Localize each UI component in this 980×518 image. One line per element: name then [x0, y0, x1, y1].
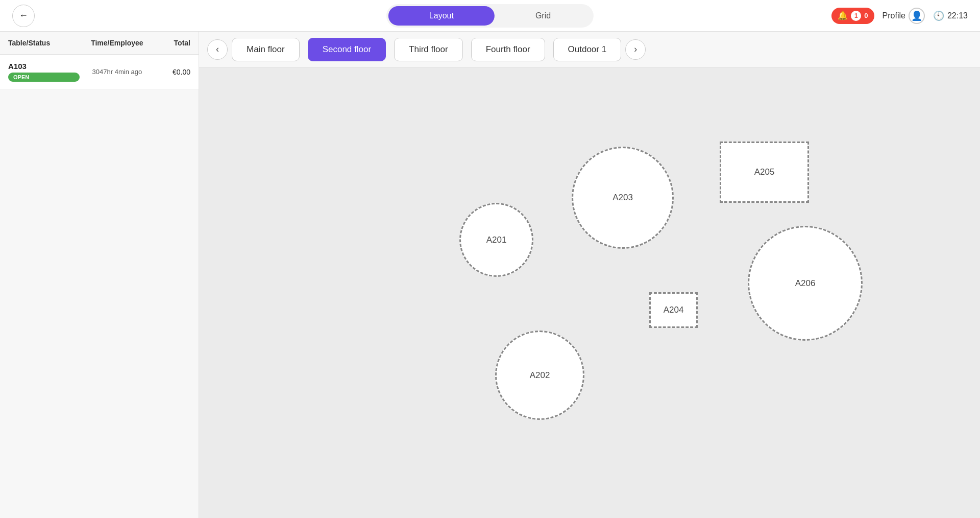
- profile-area[interactable]: Profile 👤: [883, 8, 925, 24]
- grid-button[interactable]: Grid: [495, 6, 592, 26]
- floor-tabs: ‹ Main floor Second floor Third floor Fo…: [199, 32, 980, 67]
- table-a205[interactable]: A205: [720, 142, 809, 203]
- tab-main-floor[interactable]: Main floor: [232, 38, 300, 61]
- main-content: Table/Status Time/Employee Total A103 OP…: [0, 32, 980, 518]
- table-row[interactable]: A103 OPEN 3047hr 4min ago €0.00: [0, 55, 199, 89]
- sidebar-scroll: A103 OPEN 3047hr 4min ago €0.00: [0, 55, 199, 518]
- table-a202[interactable]: A202: [495, 331, 584, 420]
- table-a201[interactable]: A201: [459, 203, 533, 277]
- status-badge: OPEN: [8, 73, 80, 82]
- tab-third-floor[interactable]: Third floor: [394, 38, 463, 61]
- table-a204[interactable]: A204: [649, 292, 698, 328]
- table-a206[interactable]: A206: [748, 226, 863, 341]
- notification-badge[interactable]: 🔔 1 0: [831, 8, 874, 24]
- tab-fourth-floor[interactable]: Fourth floor: [471, 38, 545, 61]
- header-left: ←: [12, 5, 35, 27]
- floor-next-button[interactable]: ›: [625, 39, 646, 60]
- header: ← Layout Grid 🔔 1 0 Profile 👤 🕙 22:13: [0, 0, 980, 32]
- tab-second-floor[interactable]: Second floor: [308, 38, 386, 61]
- col-table-status: Table/Status: [8, 39, 80, 47]
- back-button[interactable]: ←: [12, 5, 35, 27]
- time-display: 🕙 22:13: [933, 10, 968, 21]
- header-right: 🔔 1 0 Profile 👤 🕙 22:13: [831, 8, 968, 24]
- layout-button[interactable]: Layout: [388, 6, 495, 26]
- view-toggle: Layout Grid: [386, 4, 594, 28]
- col-total: Total: [155, 39, 190, 47]
- tab-outdoor-1[interactable]: Outdoor 1: [553, 38, 622, 61]
- clock-icon: 🕙: [933, 10, 944, 21]
- profile-label: Profile: [883, 11, 905, 20]
- table-id: A103: [8, 62, 80, 70]
- floor-prev-button[interactable]: ‹: [207, 39, 228, 60]
- total-info: €0.00: [155, 68, 190, 76]
- col-time-employee: Time/Employee: [82, 39, 153, 47]
- notification-count: 1: [851, 11, 861, 21]
- back-icon: ←: [19, 10, 28, 21]
- table-info: A103 OPEN: [8, 62, 80, 82]
- profile-icon: 👤: [909, 8, 925, 24]
- sidebar-header: Table/Status Time/Employee Total: [0, 32, 199, 55]
- floor-canvas: A201A202A203A204A205A206: [199, 67, 980, 518]
- time-value: 22:13: [947, 11, 968, 20]
- table-a203[interactable]: A203: [572, 147, 674, 249]
- bell-icon: 🔔: [838, 11, 848, 20]
- floor-plan: ‹ Main floor Second floor Third floor Fo…: [199, 32, 980, 518]
- time-info: 3047hr 4min ago: [82, 68, 153, 76]
- notification-zero: 0: [864, 12, 868, 19]
- sidebar: Table/Status Time/Employee Total A103 OP…: [0, 32, 199, 518]
